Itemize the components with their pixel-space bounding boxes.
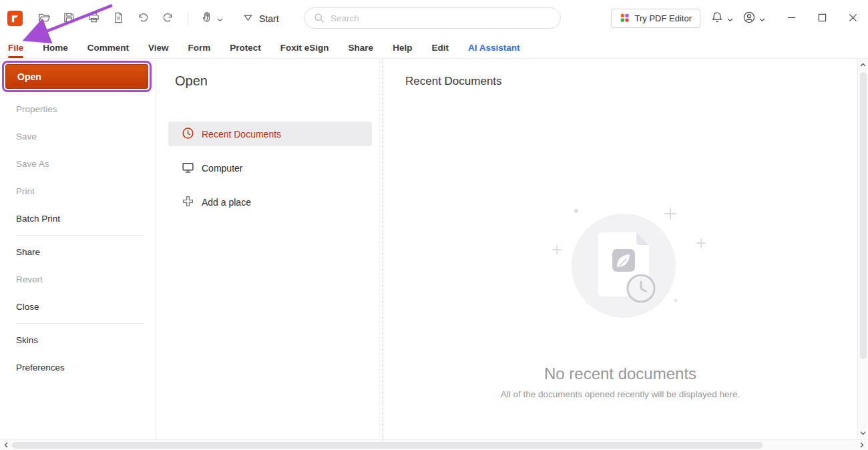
folder-open-icon	[38, 11, 51, 26]
foxit-reader-window: Start Try PDF Editor	[0, 0, 868, 450]
undo-icon	[137, 11, 150, 26]
vertical-scrollbar-thumb[interactable]	[860, 72, 867, 359]
recent-documents-title: Recent Documents	[405, 75, 857, 88]
save-button[interactable]	[61, 11, 76, 26]
user-account-icon	[742, 11, 756, 27]
pdf-editor-icon	[620, 13, 630, 25]
tab-comment[interactable]: Comment	[87, 37, 129, 59]
tab-foxit-esign[interactable]: Foxit eSign	[280, 37, 329, 59]
start-tab-label: Start	[259, 13, 279, 24]
quick-access-toolbar	[37, 11, 223, 26]
close-button[interactable]	[837, 0, 868, 37]
sidebar-item-save[interactable]: Save	[0, 123, 156, 150]
sidebar-item-save-as[interactable]: Save As	[0, 150, 156, 178]
recent-documents-panel: Recent Documents No recen	[383, 59, 857, 439]
tab-file[interactable]: File	[8, 37, 23, 59]
account-dropdown[interactable]	[742, 11, 765, 27]
clock-icon	[182, 127, 194, 142]
tab-share[interactable]: Share	[349, 37, 374, 59]
save-icon	[63, 11, 75, 26]
tab-form[interactable]: Form	[188, 37, 211, 59]
hand-tool-icon	[201, 11, 214, 26]
computer-icon	[182, 161, 194, 176]
open-item-recent-documents[interactable]: Recent Documents	[168, 122, 372, 146]
sidebar-item-print[interactable]: Print	[0, 178, 156, 205]
empty-state-title: No recent documents	[383, 365, 857, 383]
minimize-icon	[787, 13, 796, 24]
bell-icon	[710, 11, 724, 27]
empty-state-subtitle: All of the documents opened recently wil…	[383, 389, 857, 399]
hand-tool-dropdown[interactable]	[201, 11, 223, 26]
scroll-up-arrow[interactable]	[858, 59, 868, 70]
search-box[interactable]	[304, 7, 561, 29]
tab-list-icon	[243, 13, 253, 24]
sidebar-divider	[16, 323, 144, 324]
vertical-scrollbar[interactable]	[857, 59, 868, 439]
scroll-right-arrow[interactable]	[857, 440, 867, 450]
open-item-add-a-place[interactable]: Add a place	[168, 190, 372, 214]
printer-icon	[87, 11, 100, 26]
try-pdf-editor-label: Try PDF Editor	[635, 13, 692, 23]
try-pdf-editor-button[interactable]: Try PDF Editor	[611, 9, 700, 28]
titlebar-right: Try PDF Editor	[611, 0, 868, 37]
tab-edit[interactable]: Edit	[431, 37, 449, 59]
chevron-down-icon	[217, 13, 223, 25]
open-item-label: Recent Documents	[202, 129, 281, 140]
sidebar-divider	[16, 235, 144, 236]
sidebar-item-preferences[interactable]: Preferences	[0, 354, 156, 381]
open-file-button[interactable]	[37, 11, 51, 26]
redo-icon	[162, 11, 174, 26]
open-item-computer[interactable]: Computer	[168, 156, 372, 180]
open-item-label: Computer	[202, 163, 242, 174]
notifications-dropdown[interactable]	[710, 11, 733, 27]
sidebar-item-batch-print[interactable]: Batch Print	[0, 205, 156, 232]
sidebar-item-open-label: Open	[17, 71, 41, 82]
scroll-down-arrow[interactable]	[858, 428, 868, 439]
search-input[interactable]	[331, 13, 551, 23]
tab-ai-assistant[interactable]: AI Assistant	[468, 37, 520, 59]
open-panel-title: Open	[175, 73, 383, 89]
ribbon-tab-bar: File Home Comment View Form Protect Foxi…	[0, 37, 868, 59]
add-place-plus-icon	[182, 195, 194, 210]
open-locations-list: Recent Documents Computer Add a place	[168, 122, 383, 214]
tab-home[interactable]: Home	[43, 37, 68, 59]
maximize-button[interactable]	[807, 0, 837, 37]
start-tab[interactable]: Start	[243, 13, 279, 24]
open-item-label: Add a place	[202, 197, 251, 208]
window-controls	[776, 0, 868, 37]
search-icon	[314, 13, 324, 23]
sidebar-item-share[interactable]: Share	[0, 238, 156, 266]
chevron-down-icon	[759, 13, 765, 25]
foxit-logo	[7, 11, 23, 26]
file-menu-list: Properties Save Save As Print Batch Prin…	[0, 95, 156, 381]
print-preview-button[interactable]	[111, 11, 126, 26]
redo-button[interactable]	[160, 11, 175, 26]
titlebar: Start Try PDF Editor	[0, 0, 868, 37]
sidebar-item-close[interactable]: Close	[0, 293, 156, 320]
tab-view[interactable]: View	[148, 37, 169, 59]
close-icon	[849, 13, 857, 24]
toolbar-divider	[188, 13, 188, 25]
horizontal-scrollbar-thumb[interactable]	[12, 442, 763, 449]
sidebar-item-properties[interactable]: Properties	[0, 95, 156, 123]
open-panel: Open Recent Documents Computer Add a pla…	[156, 59, 383, 439]
maximize-icon	[818, 13, 827, 24]
tab-protect[interactable]: Protect	[230, 37, 261, 59]
backstage-view: Open Properties Save Save As Print Batch…	[0, 59, 868, 439]
print-preview-icon	[112, 11, 125, 26]
scroll-left-arrow[interactable]	[1, 440, 11, 450]
sidebar-item-open[interactable]: Open	[5, 64, 148, 89]
minimize-button[interactable]	[776, 0, 807, 37]
print-button[interactable]	[86, 11, 101, 26]
empty-state-illustration	[463, 146, 784, 366]
horizontal-scrollbar[interactable]	[0, 439, 868, 450]
tab-help[interactable]: Help	[393, 37, 412, 59]
undo-button[interactable]	[136, 11, 150, 26]
sidebar-item-skins[interactable]: Skins	[0, 326, 156, 354]
sidebar-item-revert[interactable]: Revert	[0, 266, 156, 293]
file-menu-sidebar: Open Properties Save Save As Print Batch…	[0, 59, 156, 439]
chevron-down-icon	[727, 13, 733, 25]
